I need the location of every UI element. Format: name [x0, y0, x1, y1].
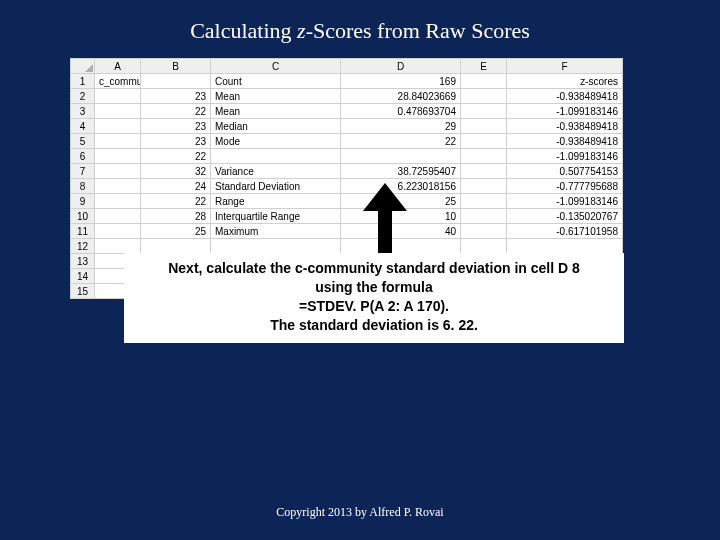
cell[interactable]: 0.478693704	[341, 104, 461, 119]
table-row: 322Mean0.478693704-1.099183146	[71, 104, 623, 119]
cell[interactable]: -1.099183146	[507, 194, 623, 209]
col-header[interactable]: F	[507, 59, 623, 74]
cell[interactable]: Standard Deviation	[211, 179, 341, 194]
cell[interactable]: Mean	[211, 89, 341, 104]
cell[interactable]: 22	[141, 104, 211, 119]
cell[interactable]: 23	[141, 119, 211, 134]
col-header[interactable]: A	[95, 59, 141, 74]
cell[interactable]: Mode	[211, 134, 341, 149]
row-header[interactable]: 7	[71, 164, 95, 179]
cell[interactable]: 25	[141, 224, 211, 239]
cell[interactable]	[461, 89, 507, 104]
cell[interactable]	[461, 239, 507, 254]
cell[interactable]	[211, 149, 341, 164]
cell[interactable]: 169	[341, 74, 461, 89]
cell[interactable]	[461, 194, 507, 209]
cell[interactable]	[95, 89, 141, 104]
cell[interactable]: -0.777795688	[507, 179, 623, 194]
cell[interactable]	[461, 74, 507, 89]
row-header[interactable]: 2	[71, 89, 95, 104]
cell[interactable]: 22	[341, 134, 461, 149]
cell[interactable]: Variance	[211, 164, 341, 179]
cell[interactable]	[341, 239, 461, 254]
cell[interactable]	[95, 104, 141, 119]
cell[interactable]	[461, 164, 507, 179]
cell[interactable]: Count	[211, 74, 341, 89]
cell[interactable]: Range	[211, 194, 341, 209]
table-row: 423Median29-0.938489418	[71, 119, 623, 134]
cell[interactable]	[141, 74, 211, 89]
row-header[interactable]: 14	[71, 269, 95, 284]
cell[interactable]: c_community	[95, 74, 141, 89]
cell[interactable]: Median	[211, 119, 341, 134]
cell[interactable]	[461, 209, 507, 224]
cell[interactable]: 29	[341, 119, 461, 134]
cell[interactable]	[341, 149, 461, 164]
cell[interactable]	[507, 239, 623, 254]
row-header[interactable]: 5	[71, 134, 95, 149]
row-header[interactable]: 12	[71, 239, 95, 254]
table-row: 824Standard Deviation6.223018156-0.77779…	[71, 179, 623, 194]
cell[interactable]	[95, 149, 141, 164]
cell[interactable]: -1.099183146	[507, 104, 623, 119]
cell[interactable]: 38.72595407	[341, 164, 461, 179]
cell[interactable]	[461, 224, 507, 239]
row-header[interactable]: 8	[71, 179, 95, 194]
col-header[interactable]: E	[461, 59, 507, 74]
cell[interactable]	[461, 149, 507, 164]
col-header[interactable]: B	[141, 59, 211, 74]
cell[interactable]	[211, 239, 341, 254]
cell[interactable]: 23	[141, 134, 211, 149]
cell[interactable]: Interquartile Range	[211, 209, 341, 224]
cell[interactable]	[461, 179, 507, 194]
cell[interactable]: Maximum	[211, 224, 341, 239]
cell[interactable]: 22	[141, 149, 211, 164]
cell[interactable]	[461, 104, 507, 119]
row-header[interactable]: 9	[71, 194, 95, 209]
cell[interactable]: -0.135020767	[507, 209, 623, 224]
cell[interactable]	[461, 134, 507, 149]
cell[interactable]	[95, 239, 141, 254]
cell[interactable]	[95, 119, 141, 134]
cell[interactable]: z-scores	[507, 74, 623, 89]
table-row: 622-1.099183146	[71, 149, 623, 164]
cell[interactable]: 0.507754153	[507, 164, 623, 179]
cell[interactable]: 28.84023669	[341, 89, 461, 104]
cell[interactable]: -0.938489418	[507, 134, 623, 149]
cell[interactable]: -0.617101958	[507, 224, 623, 239]
title-pre: Calculating	[190, 18, 297, 43]
select-all-corner[interactable]	[71, 59, 95, 74]
cell[interactable]	[95, 134, 141, 149]
cell[interactable]	[95, 224, 141, 239]
row-header[interactable]: 11	[71, 224, 95, 239]
cell[interactable]: -0.938489418	[507, 89, 623, 104]
cell[interactable]: 28	[141, 209, 211, 224]
row-header[interactable]: 4	[71, 119, 95, 134]
table-row: 1c_communityCount169z-scores	[71, 74, 623, 89]
row-header[interactable]: 13	[71, 254, 95, 269]
cell[interactable]: -1.099183146	[507, 149, 623, 164]
slide-title: Calculating z-Scores from Raw Scores	[0, 0, 720, 44]
row-header[interactable]: 3	[71, 104, 95, 119]
cell[interactable]	[141, 239, 211, 254]
col-header[interactable]: C	[211, 59, 341, 74]
cell[interactable]	[95, 209, 141, 224]
row-header[interactable]: 15	[71, 284, 95, 299]
cell[interactable]: Mean	[211, 104, 341, 119]
cell[interactable]: 24	[141, 179, 211, 194]
cell[interactable]	[95, 179, 141, 194]
cell[interactable]	[461, 119, 507, 134]
cell[interactable]: -0.938489418	[507, 119, 623, 134]
cell[interactable]: 22	[141, 194, 211, 209]
caption-line: The standard deviation is 6. 22.	[134, 316, 614, 335]
cell[interactable]	[95, 194, 141, 209]
col-header[interactable]: D	[341, 59, 461, 74]
row-header[interactable]: 6	[71, 149, 95, 164]
row-header[interactable]: 1	[71, 74, 95, 89]
row-header[interactable]: 10	[71, 209, 95, 224]
up-arrow-icon	[363, 183, 407, 211]
cell[interactable]	[95, 164, 141, 179]
cell[interactable]: 32	[141, 164, 211, 179]
cell[interactable]: 23	[141, 89, 211, 104]
cell[interactable]: 40	[341, 224, 461, 239]
